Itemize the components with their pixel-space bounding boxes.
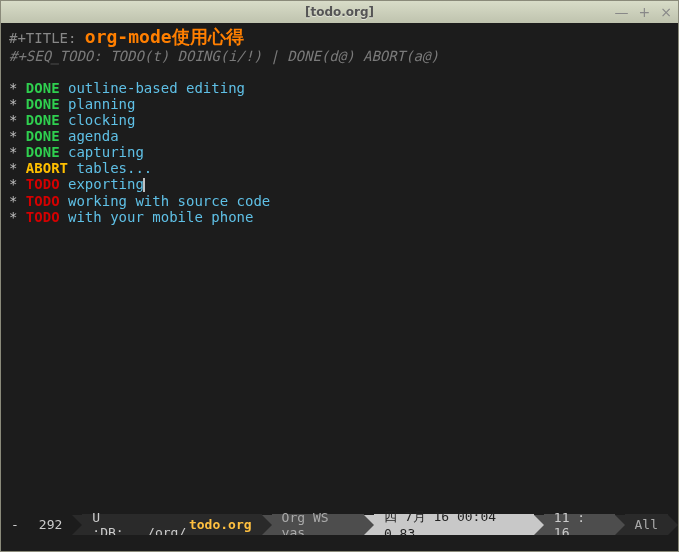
ml-buffer-size: 292 <box>29 514 72 535</box>
heading-text: tables... <box>68 160 152 176</box>
heading-star: * <box>9 193 26 209</box>
ml-cursor-position: 11 : 16 <box>544 514 615 535</box>
org-heading[interactable]: * DONE outline-based editing <box>9 80 670 96</box>
separator-icon <box>72 515 82 535</box>
ml-scroll-percent: All <box>625 514 668 535</box>
window-title: [todo.org] <box>305 5 374 19</box>
heading-text: exporting <box>60 176 144 192</box>
mode-line[interactable]: - 292 U :DB:.../org/todo.org Org WS yas … <box>1 514 678 535</box>
todo-state: DONE <box>26 144 60 160</box>
org-heading[interactable]: * TODO working with source code <box>9 193 670 209</box>
org-title-line[interactable]: #+TITLE: org-mode使用心得 <box>9 27 670 48</box>
todo-state: TODO <box>26 193 60 209</box>
emacs-window: [todo.org] — + × #+TITLE: org-mode使用心得#+… <box>0 0 679 552</box>
heading-text: planning <box>60 96 136 112</box>
maximize-button[interactable]: + <box>639 5 651 19</box>
todo-state: DONE <box>26 80 60 96</box>
separator-icon <box>534 515 544 535</box>
blank-line[interactable] <box>9 64 670 80</box>
ml-datetime: 四 7月 16 00:04 0.83 <box>374 514 534 535</box>
todo-state: ABORT <box>26 160 68 176</box>
heading-star: * <box>9 112 26 128</box>
window-titlebar[interactable]: [todo.org] — + × <box>1 1 678 23</box>
heading-star: * <box>9 209 26 225</box>
org-heading[interactable]: * DONE agenda <box>9 128 670 144</box>
org-heading[interactable]: * TODO exporting <box>9 176 670 192</box>
todo-state: DONE <box>26 128 60 144</box>
todo-state: TODO <box>26 176 60 192</box>
heading-text: outline-based editing <box>60 80 245 96</box>
todo-state: DONE <box>26 96 60 112</box>
heading-text: working with source code <box>60 193 271 209</box>
ml-file-path: U :DB:.../org/todo.org <box>82 514 261 535</box>
ml-flags: - <box>1 514 29 535</box>
heading-star: * <box>9 144 26 160</box>
org-heading[interactable]: * DONE capturing <box>9 144 670 160</box>
separator-icon <box>668 515 678 535</box>
close-button[interactable]: × <box>660 5 672 19</box>
heading-text: agenda <box>60 128 119 144</box>
heading-text: clocking <box>60 112 136 128</box>
editor-buffer[interactable]: #+TITLE: org-mode使用心得#+SEQ_TODO: TODO(t)… <box>1 23 678 514</box>
ml-major-mode: Org WS yas <box>272 514 364 535</box>
window-controls: — + × <box>615 1 672 23</box>
ml-filename: todo.org <box>189 517 252 532</box>
minimize-button[interactable]: — <box>615 5 629 19</box>
org-heading[interactable]: * ABORT tables... <box>9 160 670 176</box>
org-heading[interactable]: * TODO with your mobile phone <box>9 209 670 225</box>
heading-star: * <box>9 96 26 112</box>
text-cursor <box>143 178 145 192</box>
todo-state: DONE <box>26 112 60 128</box>
heading-text: with your mobile phone <box>60 209 254 225</box>
heading-star: * <box>9 80 26 96</box>
heading-star: * <box>9 160 26 176</box>
org-heading[interactable]: * DONE planning <box>9 96 670 112</box>
heading-star: * <box>9 128 26 144</box>
heading-star: * <box>9 176 26 192</box>
org-heading[interactable]: * DONE clocking <box>9 112 670 128</box>
todo-state: TODO <box>26 209 60 225</box>
separator-icon <box>262 515 272 535</box>
separator-icon <box>364 515 374 535</box>
heading-text: capturing <box>60 144 144 160</box>
org-seq-todo-line[interactable]: #+SEQ_TODO: TODO(t) DOING(i/!) | DONE(d@… <box>9 48 670 64</box>
minibuffer[interactable] <box>1 535 678 551</box>
separator-icon <box>615 515 625 535</box>
